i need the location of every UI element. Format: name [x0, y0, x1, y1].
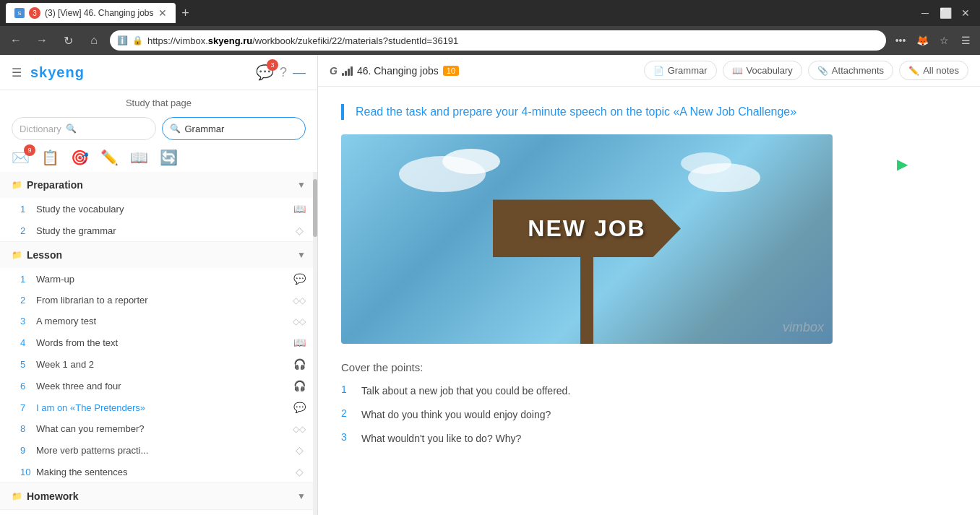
tab-attachments[interactable]: 📎 Attachments — [808, 61, 893, 80]
preparation-header[interactable]: 📁 Preparation ▼ — [0, 172, 317, 198]
close-button[interactable]: ✕ — [957, 4, 974, 22]
cover-point-1: 1 Talk about a new job that you could be… — [341, 384, 957, 399]
item-name: Study the grammar — [36, 225, 290, 236]
list-item[interactable]: 8 What can you remember? ◇◇ — [0, 418, 317, 439]
all-notes-tab-icon: ✏️ — [908, 66, 919, 76]
pen-icon: ✏️ — [100, 150, 119, 165]
item-name: More verb patterns practi... — [36, 445, 290, 456]
point-number: 3 — [341, 431, 353, 443]
preparation-section: 📁 Preparation ▼ 1 Study the vocabulary 📖… — [0, 172, 317, 242]
g-icon: G — [330, 65, 338, 77]
item-number: 8 — [20, 423, 33, 434]
browser-toolbar-actions: ••• 🦊 ☆ ☰ — [892, 32, 974, 49]
tab-close-button[interactable]: ✕ — [158, 7, 167, 19]
sign-pole — [580, 257, 593, 344]
list-item[interactable]: 7 I am on «The Pretenders» 💬 — [0, 397, 317, 418]
list-item[interactable]: 6 Week three and four 🎧 — [0, 375, 317, 397]
messages-tool[interactable]: ✉️ 9 — [12, 149, 30, 166]
tab-title: (3) [View] 46. Changing jobs — [45, 8, 154, 18]
refresh-icon: 🔄 — [160, 150, 178, 165]
browser-tab[interactable]: S 3 (3) [View] 46. Changing jobs ✕ — [6, 3, 176, 23]
tab-vocabulary[interactable]: 📖 Vocabulary — [723, 61, 802, 80]
item-number: 2 — [20, 295, 33, 306]
dictionary-search[interactable]: Dictionary 🔍 — [12, 117, 156, 140]
list-item[interactable]: 5 Week 1 and 2 🎧 — [0, 353, 317, 375]
sidebar-header: ☰ skyeng 💬 3 ? — — [0, 55, 317, 90]
homework-header[interactable]: 📁 Homework ▼ — [0, 483, 317, 509]
book-tool[interactable]: 📖 — [130, 149, 148, 166]
list-item[interactable]: 1 Warm-up 💬 — [0, 268, 317, 290]
back-button[interactable]: ← — [6, 30, 26, 51]
tab-favicon: S — [14, 8, 25, 18]
item-number: 3 — [20, 316, 33, 326]
item-name: Warm-up — [36, 274, 290, 285]
book-icon: 📖 — [130, 150, 148, 165]
hamburger-icon[interactable]: ☰ — [12, 66, 22, 79]
bookmark-icon[interactable]: ☆ — [935, 32, 953, 49]
cards-tool[interactable]: 📋 — [41, 149, 59, 166]
sidebar-header-right: 💬 3 ? — — [256, 64, 306, 81]
lesson-header[interactable]: 📁 Lesson ▼ — [0, 242, 317, 268]
intro-text: Read the task and prepare your 4-minute … — [341, 104, 957, 120]
browser-titlebar: S 3 (3) [View] 46. Changing jobs ✕ + ─ ⬜… — [0, 0, 980, 26]
menu-icon[interactable]: ☰ — [957, 32, 974, 49]
sign-arrow: NEW JOB — [493, 199, 681, 257]
lesson-title: 46. Changing jobs — [357, 65, 439, 77]
item-icon: 🎧 — [293, 358, 306, 370]
pocket-icon[interactable]: 🦊 — [914, 32, 931, 49]
target-icon: 🎯 — [71, 150, 89, 165]
browser-toolbar: ← → ↻ ⌂ ℹ️ 🔒 https://vimbox.skyeng.ru/wo… — [0, 26, 980, 55]
lesson-items: 1 Warm-up 💬 2 From librarian to a report… — [0, 268, 317, 482]
attachments-tab-icon: 📎 — [817, 66, 828, 76]
content-tabs: 📄 Grammar 📖 Vocabulary 📎 Attachments ✏️ … — [644, 61, 968, 80]
list-item[interactable]: 2 Study the grammar ◇ — [0, 220, 317, 241]
hero-image: NEW JOB vimbox — [341, 134, 833, 344]
list-item[interactable]: 3 A memory test ◇◇ — [0, 311, 317, 332]
item-icon: ◇ — [293, 444, 306, 456]
list-item[interactable]: 1 Study the vocabulary 📖 — [0, 198, 317, 220]
item-number: 5 — [20, 359, 33, 370]
refresh-tool[interactable]: 🔄 — [160, 149, 178, 166]
chat-badge: 3 — [267, 59, 278, 71]
home-button[interactable]: ⌂ — [84, 30, 104, 51]
list-item[interactable]: 2 From librarian to a reporter ◇◇ — [0, 290, 317, 311]
more-options-icon[interactable]: ••• — [892, 32, 909, 49]
signal-bar-2 — [345, 71, 347, 76]
grammar-search[interactable]: 🔍 Grammar — [162, 117, 306, 140]
dictionary-label: Dictionary — [20, 124, 61, 134]
item-icon: 🎧 — [293, 380, 306, 391]
item-number: 1 — [20, 204, 33, 215]
reload-button[interactable]: ↻ — [58, 30, 78, 51]
list-item[interactable]: 9 More verb patterns practi... ◇ — [0, 439, 317, 461]
item-icon: ◇◇ — [293, 316, 306, 326]
preparation-chevron[interactable]: ▼ — [297, 180, 306, 190]
list-item[interactable]: 4 Words from the text 📖 — [0, 332, 317, 353]
help-icon[interactable]: ? — [280, 65, 287, 80]
item-number: 9 — [20, 445, 33, 456]
item-name: Study the vocabulary — [36, 204, 290, 215]
item-name: Making the sentences — [36, 467, 290, 477]
item-icon: 📖 — [293, 203, 306, 215]
minimize-button[interactable]: ─ — [916, 4, 934, 22]
item-icon: ◇◇ — [293, 295, 306, 306]
tab-all-notes[interactable]: ✏️ All notes — [899, 61, 968, 80]
homework-chevron[interactable]: ▼ — [297, 491, 306, 501]
lesson-count-badge: 10 — [443, 66, 459, 76]
item-icon: 💬 — [293, 273, 306, 285]
pen-tool[interactable]: ✏️ — [100, 149, 119, 166]
target-tool[interactable]: 🎯 — [71, 149, 89, 166]
chat-icon-wrap[interactable]: 💬 3 — [256, 64, 274, 81]
item-name: From librarian to a reporter — [36, 295, 290, 306]
forward-button[interactable]: → — [32, 30, 52, 51]
minimize-icon[interactable]: — — [293, 65, 306, 80]
item-number: 7 — [20, 402, 33, 413]
vimbox-watermark: vimbox — [783, 320, 824, 335]
tab-grammar[interactable]: 📄 Grammar — [644, 61, 717, 80]
lesson-chevron[interactable]: ▼ — [297, 250, 306, 260]
list-item[interactable]: 10 Making the sentences ◇ — [0, 461, 317, 482]
scrollbar-track[interactable] — [313, 172, 317, 515]
address-bar[interactable]: ℹ️ 🔒 https://vimbox.skyeng.ru/workbook/z… — [110, 30, 886, 51]
new-tab-button[interactable]: + — [176, 3, 196, 23]
maximize-button[interactable]: ⬜ — [937, 4, 954, 22]
grammar-search-icon: 🔍 — [170, 124, 181, 134]
